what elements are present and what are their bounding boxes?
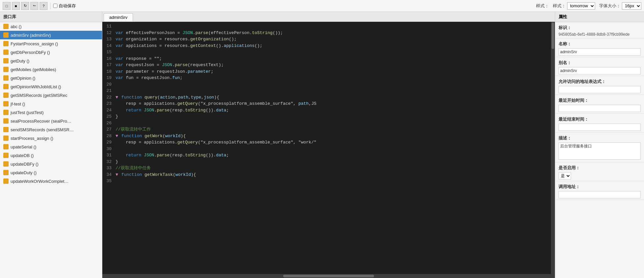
code-line-20: 31 return JSON.parse(resp.toString()).da… <box>102 152 555 159</box>
prop-select-7[interactable]: 是否 <box>559 172 571 179</box>
code-line-13: 24 return JSON.parse(resp.toString()).da… <box>102 107 555 114</box>
line-content-6[interactable]: var requestJson = JSON.parse(requestText… <box>114 62 555 68</box>
line-content-4[interactable] <box>114 49 555 56</box>
editor-tab-adminsrv[interactable]: adminSrv <box>104 13 133 21</box>
sidebar-item-9[interactable]: jf-test () <box>0 99 102 108</box>
line-content-0[interactable] <box>114 23 555 30</box>
line-content-22[interactable]: //获取流转中任务 <box>114 165 555 172</box>
line-content-3[interactable]: var applications = resources.getContext(… <box>114 43 555 49</box>
sidebar-item-11[interactable]: sealProcessRecover (sealPro… <box>0 117 102 125</box>
sidebar-item-1[interactable]: adminSrv (adminSrv) <box>0 31 102 39</box>
line-content-21[interactable]: } <box>114 159 555 165</box>
code-line-3: 14var applications = resources.getContex… <box>102 43 555 49</box>
line-content-9[interactable] <box>114 81 555 88</box>
prop-label-5: 最近结束时间： <box>559 116 641 122</box>
code-table: 1112var effectivePersonJson = JSON.parse… <box>102 23 555 184</box>
sidebar-item-2[interactable]: FystartProcess_assign () <box>0 39 102 48</box>
prop-row-2: 别名： <box>555 57 644 76</box>
line-number-9: 20 <box>102 81 114 88</box>
line-content-17[interactable]: ▼ function getWork(workId){ <box>114 133 555 139</box>
code-line-24: 35 <box>102 178 555 184</box>
toolbar-btn-1[interactable]: □ <box>3 2 11 10</box>
line-content-14[interactable]: } <box>114 113 555 120</box>
prop-textarea-6[interactable] <box>559 142 641 160</box>
sidebar-item-label-16: updateDBFy () <box>11 162 39 167</box>
scrollbar-thumb <box>283 275 374 277</box>
line-number-4: 15 <box>102 49 114 56</box>
line-content-7[interactable]: var parameter = requestJson.parameter; <box>114 68 555 75</box>
line-number-16: 27 <box>102 126 114 133</box>
sidebar-item-label-10: justTest (justTest) <box>11 110 44 115</box>
prop-input-5[interactable] <box>559 124 641 131</box>
line-content-18[interactable]: resp = applications.getQuery("x_processp… <box>114 139 555 146</box>
line-number-13: 24 <box>102 107 114 114</box>
toolbar-btn-2[interactable]: ■ <box>12 2 20 10</box>
line-content-15[interactable] <box>114 120 555 127</box>
sidebar-item-13[interactable]: startProcess_assign () <box>0 134 102 142</box>
line-content-11[interactable]: ▼ function query(action,path,type,json){ <box>114 94 555 101</box>
sidebar-item-16[interactable]: updateDBFy () <box>0 160 102 168</box>
autosave-checkbox[interactable] <box>53 4 57 8</box>
sidebar-item-4[interactable]: getDuty () <box>0 57 102 65</box>
sidebar-item-5[interactable]: getMobiles (getMobiles) <box>0 65 102 74</box>
prop-row-5: 最近结束时间： <box>555 114 644 133</box>
sidebar: 接口库 abc ()adminSrv (adminSrv)FystartProc… <box>0 12 102 278</box>
code-line-21: 32} <box>102 159 555 165</box>
line-content-23[interactable]: ▼ function getWorkTask(workId){ <box>114 172 555 178</box>
line-content-8[interactable]: var fun = requestJson.fun; <box>114 75 555 81</box>
line-number-0: 11 <box>102 23 114 30</box>
line-content-24[interactable] <box>114 178 555 184</box>
line-content-16[interactable]: //获取流转中工作 <box>114 126 555 133</box>
sidebar-item-label-11: sealProcessRecover (sealPro… <box>11 119 71 124</box>
line-content-12[interactable]: resp = applications.getQuery("x_processp… <box>114 100 555 107</box>
line-number-11: 22 <box>102 94 114 101</box>
prop-label-3: 允许访问的地址表达式： <box>559 79 641 85</box>
props-header: 属性 <box>555 12 644 22</box>
toolbar-btn-help[interactable]: ? <box>40 2 48 10</box>
sidebar-item-label-15: updateDB () <box>11 153 34 158</box>
prop-label-2: 别名： <box>559 60 641 66</box>
line-content-1[interactable]: var effectivePersonJson = JSON.parse(eff… <box>114 30 555 36</box>
prop-label-7: 是否启用： <box>559 165 641 171</box>
prop-label-4: 最近开始时间： <box>559 98 641 103</box>
line-content-19[interactable] <box>114 146 555 152</box>
toolbar-btn-save[interactable]: ↻ <box>21 2 29 10</box>
sidebar-item-14[interactable]: upateSerial () <box>0 142 102 151</box>
line-content-10[interactable] <box>114 88 555 94</box>
prop-input-3[interactable] <box>559 86 641 93</box>
sidebar-item-17[interactable]: updateDuty () <box>0 168 102 177</box>
code-line-5: 16var response = ""; <box>102 56 555 62</box>
line-content-13[interactable]: return JSON.parse(resp.toString()).data; <box>114 107 555 114</box>
sidebar-item-6[interactable]: getOpinion () <box>0 74 102 82</box>
vertical-scrollbar[interactable] <box>551 22 555 274</box>
sidebar-item-8[interactable]: getSMSRecords (getSMSRec <box>0 91 102 99</box>
sidebar-item-3[interactable]: getDbPersonDbFy () <box>0 48 102 57</box>
prop-input-8[interactable] <box>559 191 641 198</box>
sidebar-item-0[interactable]: abc () <box>0 22 102 31</box>
line-content-20[interactable]: return JSON.parse(resp.toString()).data; <box>114 152 555 159</box>
line-content-5[interactable]: var response = ""; <box>114 56 555 62</box>
font-size-select[interactable]: 16px <box>622 2 641 10</box>
sidebar-content: abc ()adminSrv (adminSrv)FystartProcess_… <box>0 22 102 278</box>
sidebar-item-icon-4 <box>3 58 9 63</box>
horizontal-scrollbar[interactable] <box>102 274 555 278</box>
toolbar-btn-refresh[interactable]: ↼ <box>30 2 38 10</box>
sidebar-item-icon-17 <box>3 170 9 175</box>
code-area[interactable]: 1112var effectivePersonJson = JSON.parse… <box>102 22 555 274</box>
prop-input-4[interactable] <box>559 105 641 112</box>
sidebar-item-18[interactable]: updateWorkOrWorkComplet… <box>0 177 102 185</box>
sidebar-item-10[interactable]: justTest (justTest) <box>0 108 102 117</box>
prop-row-4: 最近开始时间： <box>555 95 644 114</box>
sidebar-item-12[interactable]: sendSMSRecords (sendSMSR… <box>0 125 102 134</box>
line-content-2[interactable]: var organization = resources.getOrganiza… <box>114 36 555 43</box>
line-number-19: 30 <box>102 146 114 152</box>
style-select[interactable]: tomorrow <box>567 2 595 10</box>
sidebar-item-7[interactable]: getOpinionWithJobIdList () <box>0 82 102 91</box>
code-line-2: 13var organization = resources.getOrgani… <box>102 36 555 43</box>
sidebar-item-label-18: updateWorkOrWorkComplet… <box>11 179 69 184</box>
sidebar-item-15[interactable]: updateDB () <box>0 151 102 160</box>
editor-tabs: adminSrv <box>102 12 555 22</box>
prop-input-2[interactable] <box>559 67 641 74</box>
prop-input-1[interactable] <box>559 48 641 56</box>
sidebar-item-label-3: getDbPersonDbFy () <box>11 50 50 55</box>
